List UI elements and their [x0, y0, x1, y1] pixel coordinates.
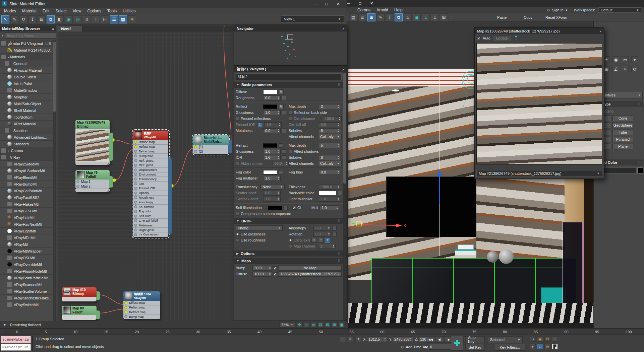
material-list-item[interactable]: VRayScannedMtl: [0, 281, 53, 288]
slate-menu-item[interactable]: Material: [19, 8, 39, 14]
y-coordinate-input[interactable]: 2478.767▲▼: [393, 336, 413, 342]
display-tab-icon[interactable]: ▭: [622, 56, 629, 63]
listener-splitter[interactable]: [32, 336, 33, 351]
slate-titlebar[interactable]: 3 Slate Material Editor ─ □ ✕: [0, 0, 347, 8]
slot-input-dot[interactable]: [134, 178, 137, 181]
layout-children-icon[interactable]: ⊢: [101, 15, 109, 23]
material-list-item[interactable]: VRayPluginNodeMtl: [0, 268, 53, 275]
slate-menu-item[interactable]: Select: [53, 8, 69, 14]
slot-input-dot[interactable]: [134, 215, 137, 218]
object-color-swatch[interactable]: [637, 167, 643, 173]
workspace-select[interactable]: Default ▼: [598, 7, 641, 13]
primitive-button-partial[interactable]: [603, 137, 611, 142]
timeline-tick[interactable]: 20: [134, 330, 139, 334]
maximize-viewport-icon[interactable]: ▛: [552, 344, 558, 349]
material-list-item[interactable]: VRayLightMtl: [0, 228, 53, 234]
timeline-tick[interactable]: 40: [257, 330, 262, 334]
refract-affect-channels-dropdown[interactable]: Col...nly▼: [318, 161, 342, 166]
timeline-tick[interactable]: 35: [226, 330, 231, 334]
primitives-dropdown[interactable]: nitives ▼: [603, 92, 643, 98]
slot-input-dot[interactable]: [134, 192, 137, 195]
dim-distance-checkbox[interactable]: [289, 117, 292, 121]
timeline-tick[interactable]: 50: [318, 330, 324, 334]
maxscript-mini-listener-pink[interactable]: sceneMateria: [1, 336, 31, 343]
node-slot[interactable]: Reflect map: [133, 145, 168, 149]
node-header[interactable]: – 镜轴2 VRayMtl: [133, 131, 168, 140]
material-list-item[interactable]: Material #-214748358...: [0, 47, 53, 54]
node-output-tab[interactable]: [228, 140, 232, 153]
slot-input-dot[interactable]: [124, 306, 127, 309]
refract-gloss-map-button[interactable]: [282, 149, 286, 154]
slot-input-dot[interactable]: [194, 150, 197, 153]
selfillum-map-button[interactable]: [283, 206, 288, 210]
x-coordinate-input[interactable]: 1312.5▲▼: [367, 336, 387, 342]
parameter-panel-header[interactable]: 镜轴2 ( VRayMtl ) x: [234, 66, 347, 72]
main-close-button[interactable]: ✕: [370, 1, 373, 6]
node-slot[interactable]: Fresnel IOR: [133, 186, 168, 191]
reflect-color-swatch[interactable]: [263, 104, 277, 109]
node-slot[interactable]: An. rotation: [133, 205, 168, 209]
name-and-color-rollout[interactable]: d Color ⠿: [602, 159, 643, 165]
select-tool-icon[interactable]: ↖: [1, 15, 9, 23]
affect-channels-dropdown[interactable]: Col...nly▼: [318, 134, 342, 139]
chevron-down-icon[interactable]: ▼: [1, 34, 4, 37]
reflect-backside-checkbox[interactable]: [289, 111, 292, 115]
material-list-item[interactable]: VRayFastSSS2: [0, 194, 53, 201]
slate-close-button[interactable]: ✕: [337, 2, 340, 6]
material-list-item[interactable]: - Materials: [0, 54, 53, 60]
slot-input-dot[interactable]: [124, 301, 127, 304]
axis-y-button[interactable]: Y: [318, 238, 324, 242]
node-output-tab[interactable]: [168, 157, 172, 234]
slot-input-dot[interactable]: [124, 310, 127, 313]
backside-color-swatch[interactable]: [319, 191, 336, 195]
previous-frame-button[interactable]: ◀|: [435, 336, 444, 343]
material-list-item[interactable]: VRayPointParticleMtl: [0, 275, 53, 281]
fresnel-ior-lock-button[interactable]: L: [258, 122, 263, 127]
refract-subdivs-spinner[interactable]: 8▲▼: [319, 155, 340, 160]
material-list-item[interactable]: VRaySwitchMtl: [0, 301, 53, 308]
slot-input-dot[interactable]: [134, 150, 137, 153]
selection-set-dropdown[interactable]: Selected▼: [488, 336, 523, 343]
search-input[interactable]: [5, 32, 56, 39]
curve-editor-icon[interactable]: ∿: [376, 13, 385, 21]
node-header[interactable]: 镜轴面 1234 VRayMtl: [123, 291, 160, 301]
node-vraymtl-2[interactable]: 镜轴面 1234 VRayMtl Diffuse map Reflect map: [123, 291, 160, 319]
node-multisub[interactable]: – Material #... Multi/Sub... (1) (: [193, 135, 229, 154]
node-slot[interactable]: (1): [193, 145, 229, 149]
close-icon[interactable]: x: [343, 26, 345, 30]
auto-key-button[interactable]: Auto Key: [465, 336, 485, 343]
timeline-tick[interactable]: 25: [165, 330, 170, 334]
show-background-icon[interactable]: 0: [83, 15, 91, 23]
utilities-tab-icon[interactable]: ▾: [631, 56, 638, 63]
slot-input-dot[interactable]: [134, 210, 137, 213]
anisotropy-spinner[interactable]: 0.0▲▼: [313, 226, 331, 231]
refract-map-button[interactable]: [279, 143, 283, 148]
material-list-item[interactable]: - General: [0, 60, 53, 67]
slate-maximize-button[interactable]: □: [326, 2, 328, 6]
auto-checkbox[interactable]: ✓: [477, 37, 481, 40]
material-list-item[interactable]: VRayALSurfaceMtl: [0, 167, 53, 174]
slot-input-dot[interactable]: [134, 205, 137, 208]
slot-input-dot[interactable]: [134, 145, 137, 148]
bump-amount-spinner[interactable]: 30.0▲▼: [252, 266, 272, 271]
node-slot[interactable]: Refr. gloss.: [133, 163, 168, 168]
dim-falloff-spinner[interactable]: 0.0▲▼: [319, 122, 340, 127]
options-rollout[interactable]: ▶ Options ⠿: [234, 251, 343, 257]
show-realistic-material-icon[interactable]: ◎: [74, 15, 82, 23]
node-vraymtl-selected[interactable]: – 镜轴2 VRayMtl Diffuse map Reflect: [133, 131, 168, 237]
slate-material-editor-icon[interactable]: ⧉: [395, 13, 403, 21]
material-list-item[interactable]: Physical Material: [0, 67, 53, 74]
collapse-icon[interactable]: –: [225, 135, 227, 139]
render-setup-icon[interactable]: ♨: [404, 13, 412, 21]
abbe-spinner[interactable]: 50.0▲▼: [273, 161, 289, 166]
pan-to-selected-icon[interactable]: ⊞: [332, 322, 338, 328]
primitive-button-partial[interactable]: [603, 130, 611, 135]
isolate-selection-icon[interactable]: ⊡: [340, 337, 346, 342]
node-slot[interactable]: Translucency: [133, 177, 168, 182]
collapse-icon[interactable]: –: [165, 131, 167, 135]
notification-icon[interactable]: ◉: [537, 336, 543, 342]
slot-input-dot[interactable]: [134, 141, 137, 144]
reflect-map-button[interactable]: M: [279, 104, 284, 109]
bump-map-slot-button[interactable]: No Map: [278, 265, 342, 271]
node-header[interactable]: Map #9 Falloff: [62, 306, 97, 315]
